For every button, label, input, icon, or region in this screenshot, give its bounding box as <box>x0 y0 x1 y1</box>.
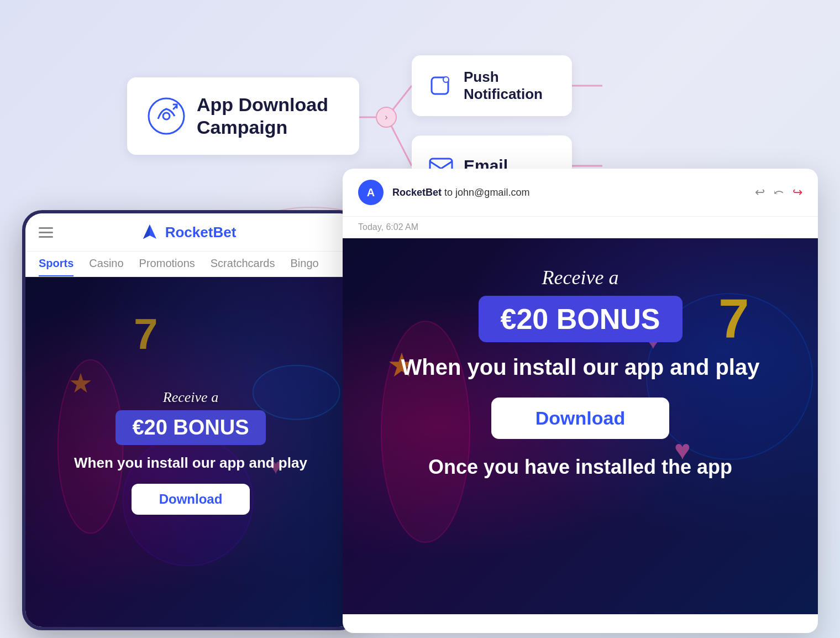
email-installed-text: Once you have installed the app <box>428 456 732 479</box>
rocketbet-logo: RocketBet <box>140 222 237 242</box>
campaign-icon <box>147 97 186 135</box>
nav-scratchcards[interactable]: Scratchcards <box>211 257 275 276</box>
push-notification-node: Push Notification <box>412 55 572 116</box>
campaign-node: App Download Campaign <box>127 77 359 155</box>
push-node-title: Push Notification <box>464 69 543 103</box>
email-from-info: RocketBet to john@gmail.com <box>392 187 746 198</box>
svg-text:7: 7 <box>134 310 158 358</box>
campaign-title: App Download Campaign <box>197 93 328 139</box>
svg-text:7: 7 <box>718 287 749 349</box>
mobile-download-button[interactable]: Download <box>132 484 250 515</box>
banner-receive-text: Receive a <box>163 389 218 406</box>
hamburger-icon[interactable] <box>39 227 53 238</box>
mobile-banner: 7 ★ ♥ Receive a €20 BONUS When you insta… <box>25 277 356 627</box>
nav-promotions[interactable]: Promotions <box>139 257 195 276</box>
svg-point-6 <box>149 98 184 134</box>
mobile-inner: RocketBet Sports Casino Promotions Scrat… <box>25 213 356 627</box>
mobile-app-mockup: RocketBet Sports Casino Promotions Scrat… <box>22 210 359 630</box>
rocketbet-logo-icon <box>140 222 160 242</box>
banner-bonus-badge: €20 BONUS <box>116 410 265 445</box>
email-sender-avatar: A <box>358 180 384 205</box>
svg-point-15 <box>253 365 340 420</box>
connector-node: › <box>376 107 397 128</box>
forward-button[interactable]: ↪ <box>792 185 802 200</box>
reply-all-button[interactable]: ⤺ <box>774 185 784 200</box>
email-bonus-badge: €20 BONUS <box>479 296 683 342</box>
email-download-button[interactable]: Download <box>491 398 669 439</box>
connector-arrow: › <box>385 112 387 122</box>
svg-point-10 <box>444 77 448 82</box>
email-header-bar: A RocketBet to john@gmail.com ↩ ⤺ ↪ <box>343 169 818 217</box>
mobile-nav: Sports Casino Promotions Scratchcards Bi… <box>25 252 356 277</box>
nav-bingo[interactable]: Bingo <box>290 257 318 276</box>
push-icon <box>427 72 455 100</box>
email-install-text: When you install our app and play <box>401 353 760 381</box>
email-mockup: A RocketBet to john@gmail.com ↩ ⤺ ↪ Toda… <box>343 169 818 633</box>
rocketbet-brand-name: RocketBet <box>165 224 237 241</box>
banner-subtitle: When you install our app and play <box>74 454 307 473</box>
mobile-header: RocketBet <box>25 213 356 252</box>
nav-sports[interactable]: Sports <box>39 257 74 276</box>
svg-marker-13 <box>143 224 150 239</box>
svg-text:★: ★ <box>69 368 93 398</box>
email-receive-text: Receive a <box>542 266 619 289</box>
email-actions: ↩ ⤺ ↪ <box>755 185 802 200</box>
reply-button[interactable]: ↩ <box>755 185 765 200</box>
email-banner: 7 ★ ♥ ♥ Receive a €20 BONUS When you ins… <box>343 238 818 614</box>
banner-decorative: 7 ★ ♥ <box>25 277 356 627</box>
email-timestamp: Today, 6:02 AM <box>343 217 818 238</box>
nav-casino[interactable]: Casino <box>89 257 123 276</box>
email-from-line: RocketBet to john@gmail.com <box>392 187 746 198</box>
svg-point-7 <box>163 113 170 119</box>
